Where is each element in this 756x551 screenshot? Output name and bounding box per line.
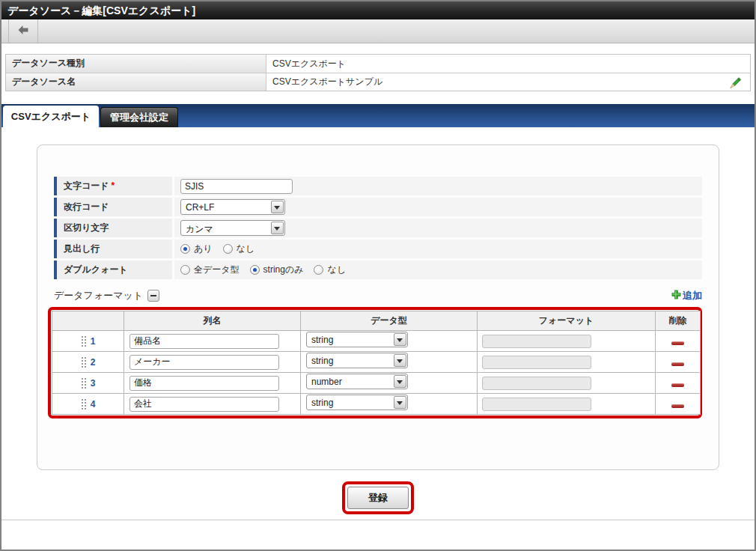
form-row-delimiter: 区切り文字 カンマ xyxy=(54,219,702,237)
submit-button[interactable]: 登録 xyxy=(347,487,409,509)
header-line-label: 見出し行 xyxy=(54,240,172,258)
back-button[interactable] xyxy=(8,19,38,43)
toolbar xyxy=(1,19,755,43)
delete-row-button-3[interactable] xyxy=(671,383,684,387)
table-row: データソース名 CSVエクスポートサンプル xyxy=(6,73,750,91)
tab-bar: CSVエクスポート 管理会社設定 xyxy=(1,104,755,127)
dropdown-arrow-icon xyxy=(394,333,406,346)
table-row: データソース種別 CSVエクスポート xyxy=(6,55,750,73)
format-input-disabled-1 xyxy=(482,335,591,348)
column-name-input-2[interactable] xyxy=(129,355,279,370)
datasource-name-value: CSVエクスポートサンプル xyxy=(266,73,750,91)
radio-quote-string-only[interactable] xyxy=(250,265,260,275)
edit-pencil-icon[interactable] xyxy=(729,76,743,89)
format-input-disabled-2 xyxy=(482,356,591,369)
drag-handle-icon[interactable] xyxy=(81,356,86,368)
format-table-row-4: 4 string xyxy=(52,394,701,415)
tab-csv-export[interactable]: CSVエクスポート xyxy=(3,106,99,127)
charcode-input[interactable] xyxy=(180,179,293,194)
radio-label: なし xyxy=(237,243,255,255)
format-table-header-row: 列名 データ型 フォーマット 削除 xyxy=(52,311,701,331)
linebreak-select[interactable]: CR+LF xyxy=(180,199,285,215)
delimiter-label: 区切り文字 xyxy=(54,219,172,237)
data-type-select-1[interactable]: string xyxy=(306,332,408,347)
charcode-label: 文字コード* xyxy=(54,177,172,195)
radio-label: なし xyxy=(327,264,346,276)
double-quote-label: ダブルクォート xyxy=(54,261,172,279)
plus-icon xyxy=(671,290,681,302)
form-row-charcode: 文字コード* xyxy=(54,177,702,195)
dropdown-arrow-icon xyxy=(394,375,406,388)
form-row-header-line: 見出し行 あり なし xyxy=(54,240,702,258)
form-row-double-quote: ダブルクォート 全データ型 stringのみ なし xyxy=(54,261,702,279)
bottom-strip xyxy=(1,520,755,550)
dropdown-arrow-icon xyxy=(394,354,406,367)
delete-row-button-2[interactable] xyxy=(671,362,684,366)
annotation-red-box-table: 列名 データ型 フォーマット 削除 1 xyxy=(48,307,702,418)
dropdown-arrow-icon xyxy=(271,201,284,213)
column-name-input-3[interactable] xyxy=(129,376,279,391)
row-number: 4 xyxy=(91,399,96,410)
column-name-input-4[interactable] xyxy=(129,397,279,412)
radio-header-no[interactable] xyxy=(223,244,233,254)
header-format: フォーマット xyxy=(478,311,656,331)
header-column-name: 列名 xyxy=(124,311,301,331)
linebreak-label: 改行コード xyxy=(54,198,172,216)
dropdown-arrow-icon xyxy=(394,396,406,409)
row-number: 3 xyxy=(91,378,96,389)
window-title: データソース－編集[CSVエクスポート] xyxy=(1,1,755,19)
header-handle xyxy=(52,311,124,331)
radio-quote-all-types[interactable] xyxy=(180,265,190,275)
header-delete: 削除 xyxy=(656,311,701,331)
format-table: 列名 データ型 フォーマット 削除 1 xyxy=(52,311,701,415)
tab-admin-company-settings[interactable]: 管理会社設定 xyxy=(100,107,178,127)
radio-label: 全データ型 xyxy=(194,264,240,276)
data-format-title: データフォーマット xyxy=(54,289,143,302)
drag-handle-icon[interactable] xyxy=(81,398,86,410)
data-type-select-3[interactable]: number xyxy=(306,374,408,389)
datasource-info-table: データソース種別 CSVエクスポート データソース名 CSVエクスポートサンプル xyxy=(5,54,751,91)
delete-row-button-1[interactable] xyxy=(671,341,684,345)
dropdown-arrow-icon xyxy=(271,222,284,234)
row-number: 2 xyxy=(91,357,96,368)
format-table-row-1: 1 string xyxy=(52,331,701,352)
datasource-type-value: CSVエクスポート xyxy=(266,55,750,73)
add-row-label: 追加 xyxy=(683,289,702,302)
required-asterisk: * xyxy=(112,180,115,191)
form-panel: 文字コード* 改行コード CR+LF 区切り文字 xyxy=(37,144,719,470)
tab-content: 文字コード* 改行コード CR+LF 区切り文字 xyxy=(1,144,755,550)
datasource-type-label: データソース種別 xyxy=(6,55,266,73)
back-arrow-icon xyxy=(17,25,29,38)
app-window: データソース－編集[CSVエクスポート] データソース種別 CSVエクスポート … xyxy=(0,0,756,551)
format-table-row-2: 2 string xyxy=(52,352,701,373)
radio-header-yes[interactable] xyxy=(180,244,190,254)
radio-quote-none[interactable] xyxy=(314,265,323,275)
data-type-select-4[interactable]: string xyxy=(306,395,408,410)
column-name-input-1[interactable] xyxy=(129,334,279,349)
drag-handle-icon[interactable] xyxy=(81,335,86,347)
header-data-type: データ型 xyxy=(301,311,478,331)
radio-label: あり xyxy=(194,243,213,255)
radio-label: stringのみ xyxy=(263,264,304,276)
form-row-linebreak: 改行コード CR+LF xyxy=(54,198,702,216)
data-type-select-2[interactable]: string xyxy=(306,353,408,368)
annotation-red-box-submit: 登録 xyxy=(342,481,414,514)
format-table-row-3: 3 number xyxy=(52,373,701,394)
format-input-disabled-4 xyxy=(482,398,591,411)
row-number: 1 xyxy=(91,336,96,347)
delimiter-select[interactable]: カンマ xyxy=(180,220,285,236)
datasource-name-label: データソース名 xyxy=(6,73,266,91)
data-format-section-header: データフォーマット 追加 xyxy=(54,289,702,302)
add-row-link[interactable]: 追加 xyxy=(671,289,702,302)
collapse-minus-button[interactable] xyxy=(147,290,159,302)
delete-row-button-4[interactable] xyxy=(671,404,684,408)
format-input-disabled-3 xyxy=(482,377,591,390)
drag-handle-icon[interactable] xyxy=(81,377,86,389)
